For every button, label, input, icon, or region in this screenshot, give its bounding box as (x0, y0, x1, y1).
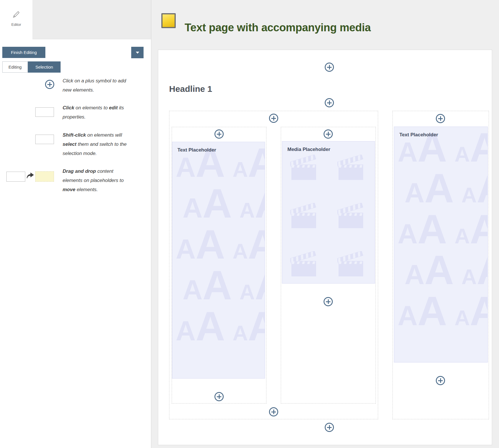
dropzone-box-icon (35, 171, 54, 182)
tab-editor[interactable]: Editor (0, 0, 32, 39)
clapperboard-icon (290, 155, 320, 187)
add-element-button[interactable] (325, 63, 334, 72)
headline-element[interactable]: Headline 1 (169, 83, 212, 95)
clapperboard-icon (290, 203, 320, 235)
add-element-button[interactable] (269, 407, 278, 416)
placeholder-watermark: AAAAAAAAAAAAAAAAAAAA (172, 142, 265, 378)
finish-editing-button[interactable]: Finish Editing (2, 47, 45, 58)
curved-arrow-icon (26, 172, 34, 179)
add-element-button[interactable] (436, 376, 445, 385)
chevron-down-icon (136, 52, 139, 54)
add-element-button[interactable] (214, 392, 224, 401)
help-text-add: Click on a plus symbol to add new elemen… (63, 76, 131, 95)
element-box-icon (6, 172, 25, 182)
pencil-icon (12, 10, 20, 18)
mode-selection-button[interactable]: Selection (28, 61, 61, 73)
placeholder-watermark: AAAAAAAAAAAAAAAAAAAA (394, 127, 488, 362)
clapperboard-icon (337, 155, 367, 187)
add-element-button[interactable] (436, 114, 445, 123)
add-element-button[interactable] (214, 129, 224, 139)
placeholder-label: Text Placeholder (177, 147, 216, 153)
clapperboard-icon (337, 203, 367, 235)
page-canvas: Headline 1 Text Placeholder AAAAAAAAAAAA… (158, 50, 492, 445)
page-title: Text page with accompanying media (185, 19, 371, 36)
element-box-icon (35, 135, 54, 144)
dropdown-toggle-button[interactable] (131, 47, 144, 58)
mode-editing-button[interactable]: Editing (2, 61, 28, 73)
help-text-select: Shift-click on elements will select them… (63, 131, 131, 158)
add-element-button[interactable] (325, 423, 334, 432)
tab-editor-label: Editor (0, 22, 32, 27)
media-placeholder-element[interactable]: Media Placeholder (282, 141, 375, 284)
text-placeholder-element[interactable]: Text Placeholder AAAAAAAAAAAAAAAAAAAA (394, 127, 488, 362)
help-text-edit: Click on elements to edit its properties… (63, 103, 131, 122)
element-box-icon (35, 107, 54, 117)
editor-screen: Editor Finish Editing Editing Selection … (0, 0, 499, 448)
help-text-move: Drag and drop content elements on placeh… (63, 167, 131, 194)
add-element-button[interactable] (324, 297, 333, 306)
clapperboard-icon (337, 251, 367, 283)
media-watermark-grid (282, 141, 375, 283)
page-type-icon (161, 13, 176, 28)
placeholder-label: Text Placeholder (399, 132, 438, 138)
add-element-button[interactable] (324, 129, 333, 139)
add-element-button[interactable] (325, 98, 334, 107)
text-placeholder-element[interactable]: Text Placeholder AAAAAAAAAAAAAAAAAAAA (172, 142, 265, 379)
plus-circle-icon (45, 80, 54, 89)
clapperboard-icon (290, 251, 320, 283)
sidebar: Editor Finish Editing Editing Selection … (0, 0, 151, 448)
sidebar-tabbar: Editor (0, 0, 151, 39)
tabbar-background (32, 0, 151, 39)
add-element-button[interactable] (269, 114, 278, 123)
placeholder-label: Media Placeholder (287, 147, 330, 152)
